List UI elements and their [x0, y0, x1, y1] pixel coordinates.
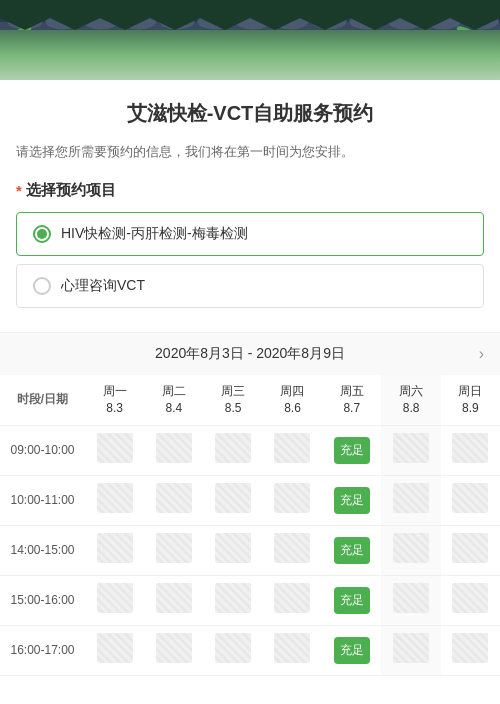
svg-point-4 [83, 14, 119, 30]
svg-point-10 [311, 14, 347, 30]
calendar-next-button[interactable]: › [479, 345, 484, 363]
slot-4-2 [204, 625, 263, 675]
main-content: 艾滋快检-VCT自助服务预约 请选择您所需要预约的信息，我们将在第一时间为您安排… [0, 80, 500, 704]
day-header-4: 周五 8.7 [322, 375, 381, 425]
slot-1-0 [85, 475, 144, 525]
svg-rect-17 [16, 30, 22, 80]
svg-point-3 [45, 14, 81, 30]
slot-unavailable-icon [393, 433, 429, 463]
table-header-row: 时段/日期 周一 8.3 周二 8.4 周三 8.5 周四 [0, 375, 500, 425]
slot-0-6 [441, 425, 500, 475]
time-cell-4: 16:00-17:00 [0, 625, 85, 675]
radio-option-1[interactable]: HIV快检测-丙肝检测-梅毒检测 [16, 212, 484, 256]
slot-unavailable-icon [393, 533, 429, 563]
title-section: 艾滋快检-VCT自助服务预约 [0, 80, 500, 143]
time-cell-3: 15:00-16:00 [0, 575, 85, 625]
slot-1-4[interactable]: 充足 [322, 475, 381, 525]
slot-unavailable-icon [97, 433, 133, 463]
slot-2-5 [381, 525, 440, 575]
svg-point-20 [0, 64, 18, 72]
svg-point-12 [387, 14, 423, 30]
radio-group: HIV快检测-丙肝检测-梅毒检测 心理咨询VCT [0, 212, 500, 332]
svg-point-18 [0, 38, 18, 46]
day-header-1: 周二 8.4 [144, 375, 203, 425]
slot-unavailable-icon [215, 433, 251, 463]
slot-0-4[interactable]: 充足 [322, 425, 381, 475]
slot-3-5 [381, 575, 440, 625]
svg-point-21 [12, 35, 26, 41]
svg-rect-16 [5, 30, 13, 80]
table-row: 15:00-16:00 充足 [0, 575, 500, 625]
radio-option-2[interactable]: 心理咨询VCT [16, 264, 484, 308]
svg-point-32 [455, 23, 486, 47]
slot-4-3 [263, 625, 322, 675]
day-header-3: 周四 8.6 [263, 375, 322, 425]
slot-2-1 [144, 525, 203, 575]
slot-unavailable-icon [97, 483, 133, 513]
radio-circle-2 [33, 277, 51, 295]
slot-3-0 [85, 575, 144, 625]
svg-point-27 [482, 64, 500, 72]
slot-unavailable-icon [393, 633, 429, 663]
slot-unavailable-icon [452, 633, 488, 663]
available-slot[interactable]: 充足 [334, 487, 370, 514]
svg-point-11 [349, 14, 385, 30]
svg-point-14 [463, 14, 499, 30]
slot-unavailable-icon [156, 533, 192, 563]
slot-4-6 [441, 625, 500, 675]
slot-2-2 [204, 525, 263, 575]
slot-unavailable-icon [274, 483, 310, 513]
svg-point-31 [6, 31, 43, 53]
slot-1-6 [441, 475, 500, 525]
svg-point-13 [425, 14, 461, 30]
svg-point-2 [7, 14, 43, 30]
table-row: 09:00-10:00 充足 [0, 425, 500, 475]
slot-unavailable-icon [452, 433, 488, 463]
slot-3-6 [441, 575, 500, 625]
section-title-text: 选择预约项目 [26, 181, 116, 200]
slot-unavailable-icon [156, 633, 192, 663]
slot-0-5 [381, 425, 440, 475]
slot-3-4[interactable]: 充足 [322, 575, 381, 625]
radio-label-1: HIV快检测-丙肝检测-梅毒检测 [61, 225, 248, 243]
slot-unavailable-icon [452, 483, 488, 513]
slot-2-0 [85, 525, 144, 575]
table-row: 14:00-15:00 充足 [0, 525, 500, 575]
svg-point-26 [482, 51, 500, 59]
slot-unavailable-icon [97, 583, 133, 613]
svg-point-7 [197, 14, 233, 30]
slot-3-2 [204, 575, 263, 625]
slot-unavailable-icon [156, 583, 192, 613]
day-header-2: 周三 8.5 [204, 375, 263, 425]
svg-point-19 [0, 51, 18, 59]
slot-2-3 [263, 525, 322, 575]
svg-point-6 [159, 14, 195, 30]
table-row: 10:00-11:00 充足 [0, 475, 500, 525]
slot-0-3 [263, 425, 322, 475]
slot-unavailable-icon [452, 533, 488, 563]
slot-unavailable-icon [215, 483, 251, 513]
slot-4-1 [144, 625, 203, 675]
slot-4-4[interactable]: 充足 [322, 625, 381, 675]
svg-point-22 [12, 48, 26, 54]
available-slot[interactable]: 充足 [334, 537, 370, 564]
slot-unavailable-icon [274, 633, 310, 663]
slot-unavailable-icon [215, 583, 251, 613]
header-banner [0, 0, 500, 80]
available-slot[interactable]: 充足 [334, 437, 370, 464]
slot-3-1 [144, 575, 203, 625]
required-indicator: * [16, 182, 22, 199]
slot-unavailable-icon [215, 633, 251, 663]
slot-4-0 [85, 625, 144, 675]
time-cell-0: 09:00-10:00 [0, 425, 85, 475]
svg-point-28 [474, 35, 488, 41]
slot-2-4[interactable]: 充足 [322, 525, 381, 575]
available-slot[interactable]: 充足 [334, 587, 370, 614]
svg-point-8 [235, 14, 271, 30]
slot-1-1 [144, 475, 203, 525]
slot-unavailable-icon [274, 433, 310, 463]
slot-1-5 [381, 475, 440, 525]
section-label: * 选择预约项目 [0, 173, 500, 212]
slot-unavailable-icon [393, 583, 429, 613]
available-slot[interactable]: 充足 [334, 637, 370, 664]
